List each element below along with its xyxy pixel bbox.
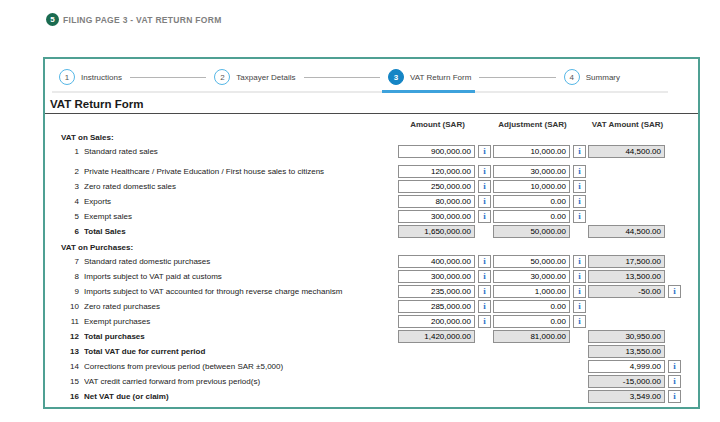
info-icon[interactable]: i	[478, 255, 491, 268]
vat-form-panel: 1Instructions2Taxpayer Details3VAT Retur…	[43, 57, 700, 409]
step-circle: 2	[214, 69, 230, 85]
table-row: 7Standard rated domestic purchases400,00…	[45, 254, 681, 269]
table-row: 3Zero rated domestic sales250,000.00i10,…	[45, 179, 681, 194]
table-row: 9Imports subject to VAT accounted for th…	[45, 284, 681, 299]
step-circle: 4	[564, 69, 580, 85]
table-row: 1Standard rated sales900,000.00i10,000.0…	[45, 144, 681, 159]
amount-input[interactable]: 300,000.00	[398, 210, 475, 223]
row-number: 14	[45, 362, 79, 371]
table-row: 16Net VAT due (or claim)3,549.00i	[45, 389, 681, 404]
info-icon[interactable]: i	[478, 315, 491, 328]
info-icon[interactable]: i	[478, 145, 491, 158]
amount-cell: 235,000.00i	[398, 285, 491, 298]
stepper-step-taxpayer-details[interactable]: 2Taxpayer Details	[214, 69, 303, 85]
stepper-progress-track	[52, 91, 668, 93]
info-icon[interactable]: i	[573, 145, 586, 158]
stepper-step-vat-return-form[interactable]: 3VAT Return Form	[388, 69, 479, 85]
row-number: 7	[45, 257, 79, 266]
vat-amount-readonly-field: 13,500.00	[588, 270, 665, 283]
row-number: 3	[45, 182, 79, 191]
info-icon[interactable]: i	[573, 315, 586, 328]
info-icon[interactable]: i	[478, 210, 491, 223]
info-icon[interactable]: i	[668, 375, 681, 388]
row-number: 6	[45, 227, 79, 236]
row-label: Zero rated purchases	[84, 302, 396, 311]
amount-readonly-field: 1,650,000.00	[398, 225, 475, 238]
info-icon[interactable]: i	[573, 300, 586, 313]
table-row: 14Corrections from previous period (betw…	[45, 359, 681, 374]
vat-amount-readonly-field: 3,549.00	[588, 390, 665, 403]
table-row: 2Private Healthcare / Private Education …	[45, 164, 681, 179]
amount-input[interactable]: 120,000.00	[398, 165, 475, 178]
info-icon[interactable]: i	[478, 195, 491, 208]
step-connector-line	[130, 77, 206, 78]
info-icon[interactable]: i	[573, 165, 586, 178]
info-icon[interactable]: i	[573, 255, 586, 268]
step-circle: 1	[59, 69, 75, 85]
adjustment-input[interactable]: 0.00	[493, 195, 570, 208]
adjustment-cell: 1,000.00i	[493, 285, 586, 298]
adjustment-input[interactable]: 10,000.00	[493, 145, 570, 158]
amount-input[interactable]: 250,000.00	[398, 180, 475, 193]
adjustment-input[interactable]: 0.00	[493, 315, 570, 328]
row-label: Exempt sales	[84, 212, 396, 221]
amount-input[interactable]: 900,000.00	[398, 145, 475, 158]
vat-amount-input[interactable]: 4,999.00	[588, 360, 665, 373]
vat-amount-cell: 13,500.00	[588, 270, 681, 283]
info-icon[interactable]: i	[573, 285, 586, 298]
amount-input[interactable]: 400,000.00	[398, 255, 475, 268]
info-icon[interactable]: i	[478, 180, 491, 193]
info-icon[interactable]: i	[573, 195, 586, 208]
row-label: Total Sales	[84, 227, 396, 236]
column-headers: Amount (SAR) Adjustment (SAR) VAT Amount…	[45, 120, 698, 129]
vat-amount-readonly-field: -15,000.00	[588, 375, 665, 388]
info-icon[interactable]: i	[478, 270, 491, 283]
stepper-step-summary[interactable]: 4Summary	[564, 69, 628, 85]
amount-input[interactable]: 200,000.00	[398, 315, 475, 328]
adjustment-input[interactable]: 1,000.00	[493, 285, 570, 298]
row-number: 2	[45, 167, 79, 176]
info-icon[interactable]: i	[668, 360, 681, 373]
adjustment-input[interactable]: 50,000.00	[493, 255, 570, 268]
adjustment-input[interactable]: 0.00	[493, 300, 570, 313]
info-icon[interactable]: i	[478, 285, 491, 298]
info-icon[interactable]: i	[478, 300, 491, 313]
row-label: VAT credit carried forward from previous…	[84, 377, 396, 386]
info-icon[interactable]: i	[668, 390, 681, 403]
row-number: 8	[45, 272, 79, 281]
amount-input[interactable]: 235,000.00	[398, 285, 475, 298]
adjustment-input[interactable]: 0.00	[493, 210, 570, 223]
section-label: VAT on Sales:	[45, 131, 681, 144]
amount-input[interactable]: 80,000.00	[398, 195, 475, 208]
row-label: Standard rated domestic purchases	[84, 257, 396, 266]
stepper-step-instructions[interactable]: 1Instructions	[59, 69, 130, 85]
amount-input[interactable]: 300,000.00	[398, 270, 475, 283]
table-row: 11Exempt purchases200,000.00i0.00i	[45, 314, 681, 329]
column-header-amount: Amount (SAR)	[398, 120, 491, 129]
adjustment-input[interactable]: 30,000.00	[493, 270, 570, 283]
info-icon[interactable]: i	[573, 270, 586, 283]
step-label: Summary	[586, 73, 620, 82]
amount-input[interactable]: 285,000.00	[398, 300, 475, 313]
adjustment-cell: 0.00i	[493, 300, 586, 313]
row-number: 12	[45, 332, 79, 341]
stepper: 1Instructions2Taxpayer Details3VAT Retur…	[59, 68, 628, 86]
adjustment-input[interactable]: 30,000.00	[493, 165, 570, 178]
info-icon[interactable]: i	[573, 180, 586, 193]
amount-cell: 1,650,000.00	[398, 225, 491, 238]
row-label: Exempt purchases	[84, 317, 396, 326]
adjustment-input[interactable]: 10,000.00	[493, 180, 570, 193]
vat-amount-cell: 4,999.00i	[588, 360, 681, 373]
adjustment-cell: 50,000.00	[493, 225, 586, 238]
step-connector-line	[304, 77, 380, 78]
info-icon[interactable]: i	[573, 210, 586, 223]
section-label: VAT on Purchases:	[45, 241, 681, 254]
amount-cell: 300,000.00i	[398, 270, 491, 283]
adjustment-readonly-field: 50,000.00	[493, 225, 570, 238]
row-number: 10	[45, 302, 79, 311]
vat-amount-readonly-field: 17,500.00	[588, 255, 665, 268]
info-icon[interactable]: i	[478, 165, 491, 178]
info-icon[interactable]: i	[668, 285, 681, 298]
row-label: Corrections from previous period (betwee…	[84, 362, 396, 371]
row-label: Imports subject to VAT accounted for thr…	[84, 287, 396, 296]
